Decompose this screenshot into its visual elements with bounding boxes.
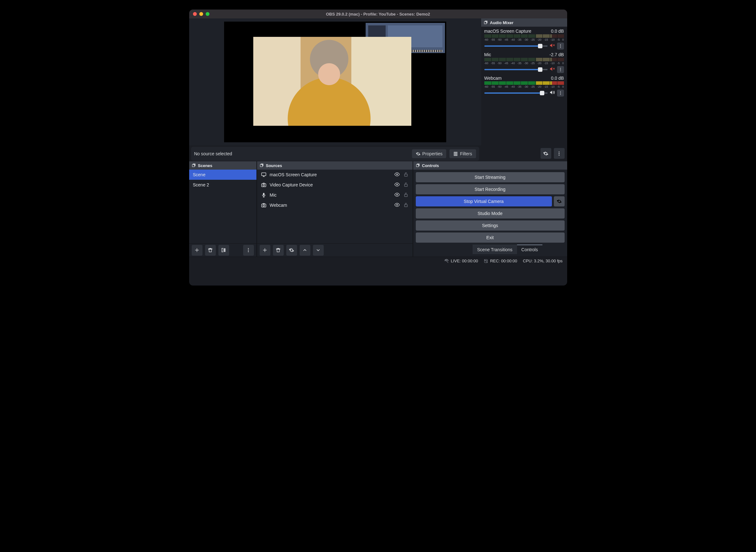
- move-source-down-button[interactable]: [313, 245, 324, 256]
- streaming-status-icon: [444, 259, 449, 263]
- scene-menu-button[interactable]: [243, 245, 254, 256]
- source-label: macOS Screen Capture: [270, 172, 391, 177]
- dots-icon: [246, 247, 251, 253]
- scenes-toolbar: [189, 243, 256, 257]
- mute-icon[interactable]: [549, 42, 555, 49]
- source-label: Video Capture Device: [270, 182, 391, 187]
- titlebar[interactable]: OBS 29.0.2 (mac) - Profile: YouTube - Sc…: [189, 10, 567, 18]
- monitor-icon: [261, 172, 266, 177]
- mixer-channel: Webcam 0.0 dB -60-55-50-45-40-35-30-25-2…: [484, 76, 564, 97]
- toggle-visibility-button[interactable]: [394, 182, 400, 188]
- popout-icon: [416, 163, 420, 168]
- source-item[interactable]: Mic: [257, 190, 413, 200]
- gear-icon: [289, 247, 294, 253]
- source-item[interactable]: Webcam: [257, 200, 413, 210]
- toggle-lock-button[interactable]: [403, 202, 409, 209]
- mute-icon[interactable]: [549, 66, 555, 73]
- scenes-list: SceneScene 2: [189, 170, 256, 243]
- mixer-channel: Mic -2.7 dB -60-55-50-45-40-35-30-25-20-…: [484, 52, 564, 73]
- controls-header[interactable]: Controls: [413, 161, 567, 170]
- cpu-fps: CPU: 3.2%, 30.00 fps: [523, 259, 562, 263]
- tab-controls[interactable]: Controls: [517, 245, 542, 254]
- popout-icon: [192, 163, 196, 168]
- channel-menu-button[interactable]: [557, 90, 564, 97]
- remove-scene-button[interactable]: [205, 245, 216, 256]
- sources-list: macOS Screen Capture Video Capture Devic…: [257, 170, 413, 243]
- add-source-button[interactable]: [259, 245, 270, 256]
- level-meter: [484, 34, 564, 38]
- mixer-channel-db: 0.0 dB: [551, 76, 564, 81]
- plus-icon: [194, 247, 200, 253]
- source-item[interactable]: macOS Screen Capture: [257, 170, 413, 180]
- scene-filters-button[interactable]: [218, 245, 229, 256]
- level-scale: -60-55-50-45-40-35-30-25-20-15-10-50: [484, 85, 564, 88]
- toggle-visibility-button[interactable]: [394, 192, 400, 198]
- gear-icon: [416, 151, 420, 156]
- preview-area[interactable]: [189, 18, 481, 145]
- selected-source-label: No source selected: [194, 151, 409, 156]
- source-properties-button[interactable]: [286, 245, 297, 256]
- window-title: OBS 29.0.2 (mac) - Profile: YouTube - Sc…: [189, 12, 567, 16]
- dots-icon: [556, 151, 562, 156]
- remove-source-button[interactable]: [273, 245, 284, 256]
- chevron-down-icon: [316, 247, 321, 253]
- toggle-lock-button[interactable]: [403, 171, 409, 178]
- audio-mixer-body: macOS Screen Capture 0.0 dB -60-55-50-45…: [481, 27, 567, 145]
- volume-slider[interactable]: [484, 93, 548, 94]
- tab-scene-transitions[interactable]: Scene Transitions: [472, 245, 517, 254]
- mic-icon: [261, 192, 266, 198]
- controls-body: Start Streaming Start Recording Stop Vir…: [413, 170, 567, 257]
- add-scene-button[interactable]: [192, 245, 202, 256]
- start-streaming-button[interactable]: Start Streaming: [416, 172, 565, 182]
- filters-button[interactable]: Filters: [449, 149, 476, 158]
- source-label: Mic: [270, 192, 391, 197]
- volume-slider[interactable]: [484, 45, 548, 47]
- sources-toolbar: [257, 243, 413, 257]
- gear-icon: [543, 151, 548, 156]
- settings-button[interactable]: Settings: [416, 221, 565, 231]
- mixer-menu-button[interactable]: [554, 148, 565, 159]
- source-preview-webcam[interactable]: [253, 37, 411, 126]
- sources-header[interactable]: Sources: [257, 161, 413, 170]
- scenes-header[interactable]: Scenes: [189, 161, 256, 170]
- popout-icon: [484, 20, 488, 25]
- toggle-lock-button[interactable]: [403, 192, 409, 198]
- source-label: Webcam: [270, 202, 391, 208]
- live-timer: LIVE: 00:00:00: [451, 259, 478, 263]
- mixer-settings-button[interactable]: [541, 148, 551, 159]
- virtual-camera-settings-button[interactable]: [554, 196, 565, 206]
- scene-item[interactable]: Scene: [189, 170, 256, 180]
- camera-icon: [261, 202, 266, 208]
- audio-mixer-header[interactable]: Audio Mixer: [481, 18, 567, 27]
- toggle-lock-button[interactable]: [403, 182, 409, 188]
- chevron-up-icon: [302, 247, 308, 253]
- move-source-up-button[interactable]: [300, 245, 311, 256]
- toggle-visibility-button[interactable]: [394, 202, 400, 209]
- recording-status-icon: [484, 259, 488, 263]
- mixer-channel-name: Mic: [484, 52, 491, 57]
- studio-mode-button[interactable]: Studio Mode: [416, 209, 565, 219]
- trash-icon: [208, 247, 213, 253]
- obs-window: OBS 29.0.2 (mac) - Profile: YouTube - Sc…: [189, 10, 567, 286]
- speaker-icon[interactable]: [549, 90, 555, 97]
- exit-button[interactable]: Exit: [416, 233, 565, 243]
- level-meter: [484, 81, 564, 85]
- stop-virtual-camera-button[interactable]: Stop Virtual Camera: [416, 196, 552, 206]
- mixer-channel: macOS Screen Capture 0.0 dB -60-55-50-45…: [484, 29, 564, 49]
- preview-canvas[interactable]: [224, 22, 446, 142]
- source-toolbar: No source selected Properties Filters: [191, 147, 479, 161]
- scene-item[interactable]: Scene 2: [189, 180, 256, 190]
- start-recording-button[interactable]: Start Recording: [416, 184, 565, 194]
- level-meter: [484, 58, 564, 61]
- rec-timer: REC: 00:00:00: [490, 259, 517, 263]
- mixer-channel-name: macOS Screen Capture: [484, 29, 532, 34]
- source-item[interactable]: Video Capture Device: [257, 180, 413, 190]
- properties-button[interactable]: Properties: [412, 149, 446, 158]
- channel-menu-button[interactable]: [557, 66, 564, 73]
- level-scale: -60-55-50-45-40-35-30-25-20-15-10-50: [484, 38, 564, 41]
- channel-menu-button[interactable]: [557, 42, 564, 49]
- trash-icon: [275, 247, 281, 253]
- volume-slider[interactable]: [484, 69, 548, 70]
- plus-icon: [262, 247, 267, 253]
- toggle-visibility-button[interactable]: [394, 171, 400, 178]
